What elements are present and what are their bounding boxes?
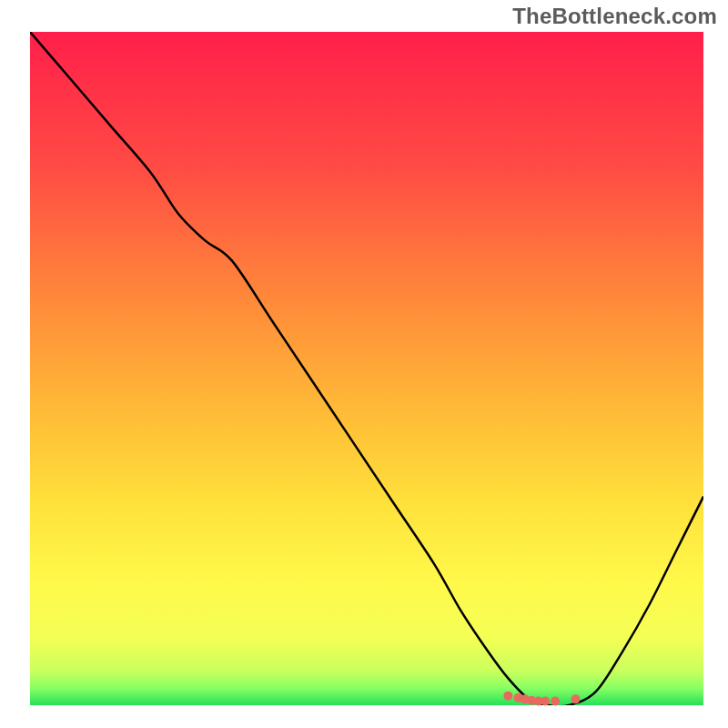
data-point [571, 694, 580, 703]
plot-background [30, 32, 703, 705]
watermark-label: TheBottleneck.com [512, 4, 717, 29]
data-point [503, 692, 512, 701]
data-point [541, 697, 550, 706]
data-point [551, 697, 560, 706]
bottleneck-chart [0, 0, 728, 728]
